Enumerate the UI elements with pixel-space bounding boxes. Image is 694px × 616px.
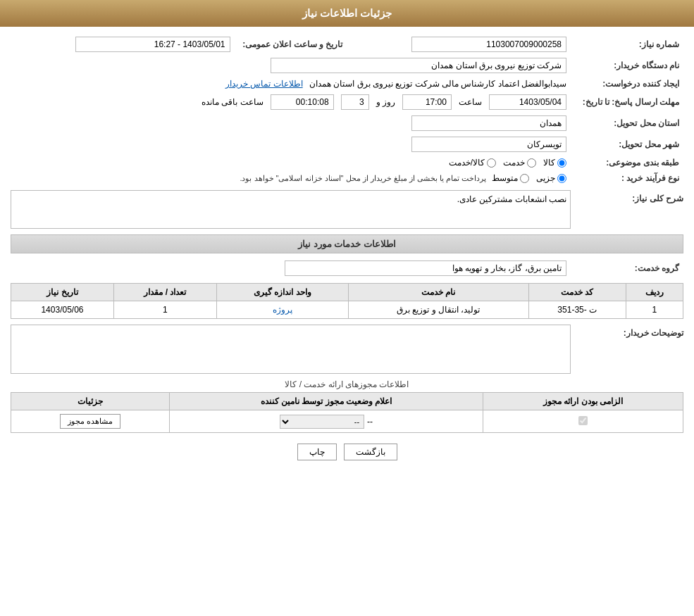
tabaqeh-label: طبقه بندی موضوعی: (571, 155, 683, 170)
nooe-jozii[interactable]: جزیی (536, 173, 566, 183)
page-title: جزئیات اطلاعات نیاز (302, 7, 392, 19)
shomara-niaz-label: شماره نیاز: (571, 34, 683, 55)
nooe-motovaset-radio[interactable] (520, 174, 529, 183)
col-tedad: تعداد / مقدار (113, 284, 216, 301)
tabaqeh-khedmat-radio[interactable] (527, 158, 536, 168)
mohlet-label: مهلت ارسال پاسخ: تا تاریخ: (571, 92, 683, 113)
nooe-jozii-radio[interactable] (557, 174, 566, 183)
mojoz-ealam-cell: -- -- (170, 410, 483, 433)
ostan-label: استان محل تحویل: (571, 113, 683, 134)
tosihaat-box (11, 325, 571, 374)
page-wrapper: جزئیات اطلاعات نیاز شماره نیاز: 11030070… (0, 0, 694, 616)
ostan-value: همدان (11, 113, 571, 134)
mojoz-table: الزامی بودن ارائه مجوز اعلام وضعیت مجوز … (11, 392, 683, 433)
mojoz-section-label: اطلاعات مجوزهای ارائه خدمت / کالا (11, 379, 683, 389)
tabaqeh-khedmat-label: خدمت (503, 158, 525, 168)
cell-tarikh: 1403/05/06 (11, 301, 114, 319)
tarikh-input: 1403/05/01 - 16:27 (75, 37, 230, 52)
mohlet-saat-label: ساعت (459, 97, 482, 107)
nooe-farayand-note: پرداخت تمام یا بخشی از مبلغ خریدار از مح… (240, 174, 486, 183)
mojoz-row: -- -- مشاهده مجوز (11, 410, 683, 433)
mojoz-col-joziyat: جزئیات (11, 393, 170, 410)
mojoz-elzami-cell (483, 410, 683, 433)
mojoz-ealam-select[interactable]: -- (280, 415, 364, 429)
eijad-text: سیدابوالفضل اعتماد کارشناس مالی شرکت توز… (309, 79, 566, 89)
tabaqeh-kala-khedmat[interactable]: کالا/خدمت (449, 158, 496, 168)
cell-radif: 1 (626, 301, 683, 319)
gorooh-table: گروه خدمت: تامین برق، گاز، بخار و تهویه … (11, 258, 683, 279)
mojoz-joziyat-cell: مشاهده مجوز (11, 410, 170, 433)
nooe-motovaset[interactable]: متوسط (492, 173, 529, 183)
mojoz-elzami-checkbox[interactable] (578, 416, 588, 425)
cell-vahed: پروژه (216, 301, 348, 319)
page-header: جزئیات اطلاعات نیاز (0, 0, 694, 27)
tabaqeh-kala-khedmat-label: کالا/خدمت (449, 158, 485, 168)
nooe-motovaset-label: متوسط (492, 173, 518, 183)
tabaqeh-kala-radio[interactable] (557, 158, 566, 168)
main-content: شماره نیاز: 1103007009000258 تاریخ و ساع… (0, 27, 694, 478)
sharh-box: نصب انشعابات مشترکین عادی. (11, 190, 571, 229)
mojoz-ealam-value: -- (367, 417, 373, 427)
khadamat-section-header: اطلاعات خدمات مورد نیاز (11, 234, 683, 253)
nooe-farayand-row: جزیی متوسط پرداخت تمام یا بخشی از مبلغ خ… (11, 170, 571, 186)
gorooh-label: گروه خدمت: (571, 258, 683, 279)
gorooh-input: تامین برق، گاز، بخار و تهویه هوا (285, 260, 566, 276)
back-button[interactable]: بازگشت (344, 444, 397, 460)
nam-dastgah-label: نام دستگاه خریدار: (571, 55, 683, 76)
col-nam: نام خدمت (348, 284, 528, 301)
nooe-jozii-label: جزیی (536, 173, 555, 183)
services-table: ردیف کد خدمت نام خدمت واحد اندازه گیری ت… (11, 283, 683, 319)
sharh-section: شرح کلی نیاز: نصب انشعابات مشترکین عادی. (11, 190, 683, 229)
cell-kod: ت -35-351 (528, 301, 626, 319)
print-button[interactable]: چاپ (297, 444, 337, 460)
tabaqeh-khedmat[interactable]: خدمت (503, 158, 536, 168)
nooe-farayand-label: نوع فرآیند خرید : (571, 170, 683, 186)
mohlet-roz-input: 3 (341, 94, 369, 110)
mohlet-row: 1403/05/04 ساعت 17:00 روز و 3 00:10:08 س… (11, 92, 571, 113)
eijad-link[interactable]: اطلاعات تماس خریدار (225, 79, 303, 89)
cell-tedad: 1 (113, 301, 216, 319)
shomara-niaz-input: 1103007009000258 (411, 37, 566, 52)
shahr-label: شهر محل تحویل: (571, 134, 683, 155)
tosihaat-content (11, 325, 571, 374)
mohlet-date-input: 1403/05/04 (489, 94, 566, 110)
tarikh-label: تاریخ و ساعت اعلان عمومی: (235, 34, 347, 55)
cell-nam: تولید، انتقال و توزیع برق (348, 301, 528, 319)
eijad-label: ایجاد کننده درخواست: (571, 76, 683, 92)
tabaqeh-kala[interactable]: کالا (543, 158, 566, 168)
tabaqeh-kala-khedmat-radio[interactable] (487, 158, 496, 168)
info-table: شماره نیاز: 1103007009000258 تاریخ و ساع… (11, 34, 683, 186)
bottom-buttons: بازگشت چاپ (11, 444, 683, 460)
mohlet-mande-label: ساعت باقی مانده (202, 97, 264, 107)
col-kod: کد خدمت (528, 284, 626, 301)
tabaqeh-radios: کالا خدمت کالا/خدمت (11, 155, 571, 170)
shomara-niaz-value: 1103007009000258 (347, 34, 571, 55)
tabaqeh-kala-label: کالا (543, 158, 555, 168)
mohlet-saat-input: 17:00 (402, 94, 452, 110)
services-row: 1 ت -35-351 تولید، انتقال و توزیع برق پر… (11, 301, 683, 319)
sharh-content: نصب انشعابات مشترکین عادی. (11, 190, 571, 229)
col-radif: ردیف (626, 284, 683, 301)
mojoz-col-elzami: الزامی بودن ارائه مجوز (483, 393, 683, 410)
sharh-value: نصب انشعابات مشترکین عادی. (457, 194, 566, 204)
shahr-value: تویسرکان (11, 134, 571, 155)
col-vahed: واحد اندازه گیری (216, 284, 348, 301)
mojoz-view-button[interactable]: مشاهده مجوز (60, 414, 120, 429)
eijad-value: سیدابوالفضل اعتماد کارشناس مالی شرکت توز… (11, 76, 571, 92)
gorooh-value: تامین برق، گاز، بخار و تهویه هوا (11, 258, 571, 279)
col-tarikh: تاریخ نیاز (11, 284, 114, 301)
ostan-input: همدان (411, 115, 566, 131)
tosihaat-label: توضیحات خریدار: (571, 325, 683, 338)
mohlet-mande-input: 00:10:08 (271, 94, 334, 110)
mohlet-roz-label: روز و (376, 97, 395, 107)
sharh-label: شرح کلی نیاز: (571, 190, 683, 203)
tarikh-value: 1403/05/01 - 16:27 (11, 34, 235, 55)
shahr-input: تویسرکان (411, 137, 566, 152)
mojoz-col-ealam: اعلام وضعیت مجوز توسط نامین کننده (170, 393, 483, 410)
tosihaat-section: توضیحات خریدار: (11, 325, 683, 374)
nam-dastgah-input: شرکت توزیع نیروی برق استان همدان (271, 58, 566, 73)
nam-dastgah-value: شرکت توزیع نیروی برق استان همدان (11, 55, 571, 76)
